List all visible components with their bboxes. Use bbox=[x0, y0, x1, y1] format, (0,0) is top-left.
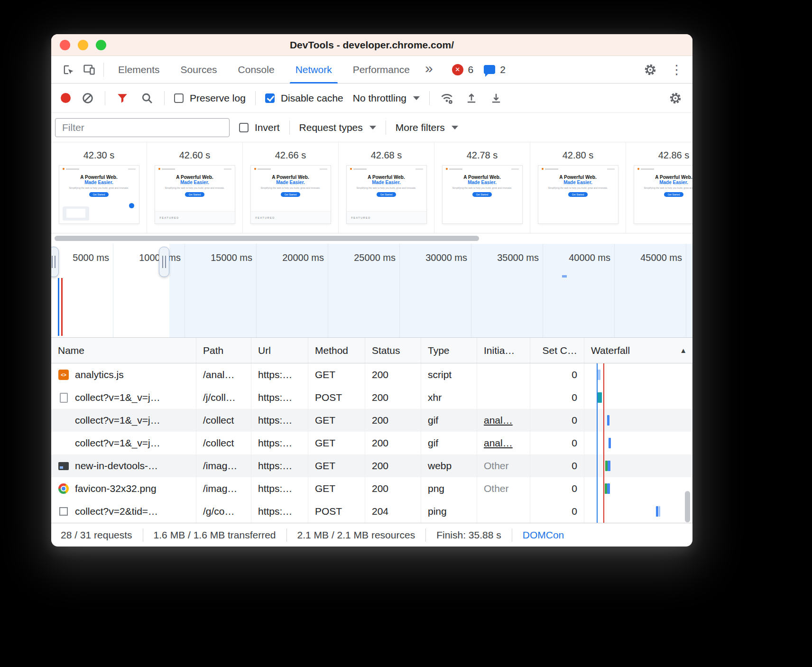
column-header-setcookies[interactable]: Set C… bbox=[530, 338, 584, 363]
initiator-link[interactable]: anal… bbox=[484, 437, 513, 449]
invert-label: Invert bbox=[255, 122, 280, 133]
divider bbox=[286, 528, 287, 542]
kebab-menu-icon[interactable]: ⋮ bbox=[667, 62, 686, 77]
filmstrip-frame[interactable]: 42.66 s A Powerful Web. Made Easier. Sim… bbox=[243, 142, 339, 233]
filter-input[interactable] bbox=[55, 118, 230, 137]
resources-size: 2.1 MB / 2.1 MB resources bbox=[297, 529, 415, 541]
filmstrip-frame[interactable]: 42.86 s A Powerful Web. Made Easier. Sim… bbox=[626, 142, 692, 233]
more-tabs-icon[interactable]: » bbox=[420, 60, 440, 79]
divider bbox=[289, 120, 290, 135]
disable-cache-checkbox[interactable] bbox=[265, 93, 275, 103]
frame-timestamp: 42.68 s bbox=[371, 150, 402, 161]
inspect-element-icon[interactable] bbox=[58, 60, 79, 79]
preserve-log-checkbox[interactable] bbox=[174, 93, 184, 103]
frame-thumbnail: A Powerful Web. Made Easier. Simplifying… bbox=[538, 166, 618, 223]
column-header-name[interactable]: Name bbox=[51, 338, 196, 363]
dropdown-arrow-icon bbox=[452, 126, 458, 130]
ping-file-icon bbox=[59, 507, 68, 516]
throttling-dropdown[interactable]: No throttling bbox=[353, 93, 420, 104]
waterfall-bar bbox=[607, 483, 610, 494]
invert-control[interactable]: Invert bbox=[239, 122, 280, 133]
preserve-log-control[interactable]: Preserve log bbox=[174, 93, 246, 104]
filmstrip-frame[interactable]: 42.30 s A Powerful Web. Made Easier. Sim… bbox=[51, 142, 147, 233]
waterfall-bar bbox=[598, 392, 602, 403]
network-settings-gear-icon[interactable] bbox=[668, 91, 683, 106]
selection-handle-right[interactable] bbox=[159, 247, 169, 277]
preserve-log-label: Preserve log bbox=[190, 93, 246, 104]
selection-handle-left[interactable] bbox=[51, 247, 59, 277]
clear-network-log-icon[interactable] bbox=[80, 91, 95, 106]
export-har-icon[interactable] bbox=[489, 91, 504, 106]
grid-line bbox=[686, 244, 686, 337]
frame-thumbnail: A Powerful Web. Made Easier. Simplifying… bbox=[347, 166, 426, 223]
time-tick: 35000 ms bbox=[472, 252, 539, 263]
timeline-overview[interactable]: 5000 ms 10000 ms 15000 ms 20000 ms 25000… bbox=[51, 244, 692, 338]
filmstrip-frame[interactable]: 42.80 s A Powerful Web. Made Easier. Sim… bbox=[530, 142, 626, 233]
time-tick: 30000 ms bbox=[401, 252, 467, 263]
settings-gear-icon[interactable] bbox=[640, 60, 661, 79]
script-file-icon: <> bbox=[58, 370, 69, 380]
titlebar: DevTools - developer.chrome.com/ bbox=[51, 34, 692, 56]
device-toolbar-icon[interactable] bbox=[79, 60, 100, 79]
issues-icon bbox=[484, 65, 495, 74]
thumbnail-chat-dot bbox=[129, 203, 134, 208]
vertical-scrollbar-thumb[interactable] bbox=[685, 491, 690, 522]
zoom-window-button[interactable] bbox=[96, 40, 106, 50]
grid-line bbox=[328, 244, 328, 337]
frame-thumbnail: A Powerful Web. Made Easier. Simplifying… bbox=[634, 166, 693, 223]
data-transferred: 1.6 MB / 1.6 MB transferred bbox=[154, 529, 276, 541]
frame-timestamp: 42.86 s bbox=[658, 150, 690, 161]
frame-thumbnail: A Powerful Web. Made Easier. Simplifying… bbox=[155, 166, 235, 223]
column-header-url[interactable]: Url bbox=[251, 338, 308, 363]
column-header-status[interactable]: Status bbox=[365, 338, 421, 363]
domcontentloaded-time: DOMCon bbox=[523, 529, 564, 541]
filter-funnel-icon[interactable] bbox=[115, 91, 130, 106]
column-header-type[interactable]: Type bbox=[421, 338, 477, 363]
horizontal-scrollbar[interactable] bbox=[51, 233, 692, 244]
divider bbox=[386, 120, 386, 135]
minimize-window-button[interactable] bbox=[78, 40, 88, 50]
requests-count: 28 / 31 requests bbox=[61, 529, 132, 541]
time-tick: 10000 ms bbox=[114, 252, 181, 263]
dropdown-arrow-icon bbox=[369, 126, 376, 130]
tab-console[interactable]: Console bbox=[228, 56, 285, 83]
more-filters-dropdown[interactable]: More filters bbox=[396, 122, 458, 133]
initiator-link[interactable]: anal… bbox=[484, 415, 513, 426]
dropdown-arrow-icon bbox=[413, 96, 420, 100]
column-header-initiator[interactable]: Initia… bbox=[477, 338, 530, 363]
time-tick: 45000 ms bbox=[616, 252, 682, 263]
tab-network[interactable]: Network bbox=[285, 56, 342, 83]
request-table-header: Name Path Url Method Status Type Initia…… bbox=[51, 338, 692, 363]
search-icon[interactable] bbox=[139, 91, 155, 106]
record-network-log-button[interactable] bbox=[61, 93, 71, 103]
frame-timestamp: 42.66 s bbox=[275, 150, 306, 161]
close-window-button[interactable] bbox=[60, 40, 70, 50]
tab-performance[interactable]: Performance bbox=[342, 56, 420, 83]
column-header-method[interactable]: Method bbox=[308, 338, 365, 363]
filmstrip-frame[interactable]: 42.78 s A Powerful Web. Made Easier. Sim… bbox=[434, 142, 530, 233]
error-badge[interactable]: ✕ 6 2 bbox=[452, 64, 506, 75]
divider bbox=[143, 528, 143, 542]
horizontal-scrollbar-thumb[interactable] bbox=[55, 236, 479, 241]
import-har-icon[interactable] bbox=[464, 91, 479, 106]
tab-sources[interactable]: Sources bbox=[170, 56, 228, 83]
divider bbox=[103, 63, 104, 77]
filmstrip-frame[interactable]: 42.60 s A Powerful Web. Made Easier. Sim… bbox=[147, 142, 243, 233]
frame-timestamp: 42.80 s bbox=[563, 150, 594, 161]
network-conditions-icon[interactable] bbox=[439, 91, 454, 106]
frame-timestamp: 42.60 s bbox=[179, 150, 211, 161]
request-types-dropdown[interactable]: Request types bbox=[299, 122, 376, 133]
filmstrip: 42.30 s A Powerful Web. Made Easier. Sim… bbox=[51, 142, 692, 233]
waterfall-bar bbox=[608, 461, 610, 471]
chrome-favicon-icon bbox=[58, 483, 69, 494]
filmstrip-frame[interactable]: 42.68 s A Powerful Web. Made Easier. Sim… bbox=[339, 142, 434, 233]
tab-elements[interactable]: Elements bbox=[108, 56, 170, 83]
column-header-waterfall[interactable]: Waterfall ▲ bbox=[584, 338, 692, 363]
grid-line bbox=[543, 244, 543, 337]
invert-checkbox[interactable] bbox=[239, 123, 249, 132]
column-header-path[interactable]: Path bbox=[196, 338, 251, 363]
window-controls bbox=[60, 40, 106, 50]
disable-cache-control[interactable]: Disable cache bbox=[265, 93, 343, 104]
time-tick: 40000 ms bbox=[544, 252, 610, 263]
grid-line bbox=[614, 244, 615, 337]
